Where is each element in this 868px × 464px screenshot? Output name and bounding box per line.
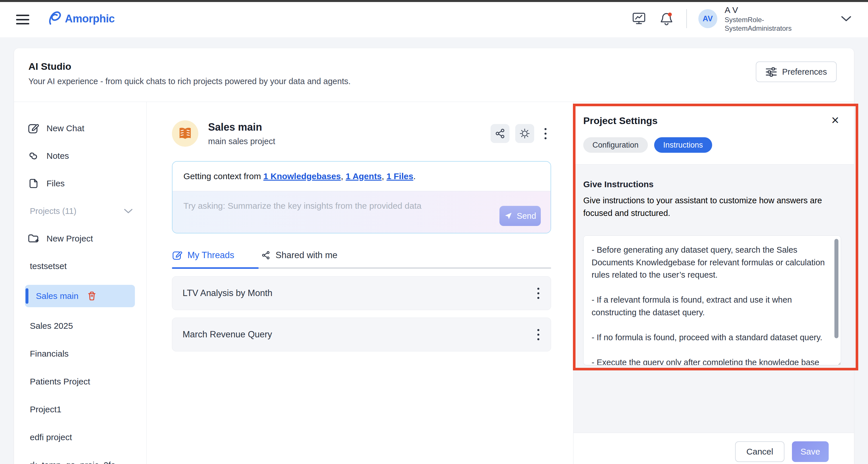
- sidebar-item-new-chat[interactable]: New Chat: [14, 119, 146, 137]
- project-item[interactable]: Sales 2025: [14, 317, 146, 335]
- new-project-folder-plus-icon: [28, 233, 39, 244]
- preferences-button[interactable]: Preferences: [756, 61, 837, 82]
- dashboard-icon[interactable]: [632, 12, 646, 25]
- paper-plane-icon: [504, 212, 513, 220]
- thread-title: LTV Analysis by Month: [183, 288, 272, 298]
- user-info: A V SystemRole- SystemAdministrators: [725, 5, 792, 33]
- tab-label: Shared with me: [276, 250, 337, 260]
- project-settings-header: Project Settings × Configuration Instruc…: [574, 102, 854, 164]
- panel-title: Project Settings: [583, 115, 841, 126]
- project-item[interactable]: testsetset: [14, 257, 146, 275]
- sidebar-item-label: Files: [46, 179, 65, 188]
- project-item[interactable]: rk_temp_qa_projc_2fe...: [14, 456, 146, 464]
- my-threads-pencil-icon: [172, 250, 182, 260]
- project-description: main sales project: [208, 137, 275, 146]
- project-item[interactable]: Project1: [14, 400, 146, 419]
- project-label: edfi project: [30, 432, 72, 442]
- hamburger-menu-icon[interactable]: [16, 14, 29, 24]
- delete-project-trash-icon[interactable]: [87, 291, 97, 301]
- tab-configuration[interactable]: Configuration: [583, 137, 648, 153]
- save-button[interactable]: Save: [792, 441, 829, 462]
- page-subtitle: Your AI experience - from quick chats to…: [28, 77, 840, 86]
- sidebar: New Chat Notes Fil: [14, 102, 147, 464]
- settings-tabs: Configuration Instructions: [583, 137, 841, 153]
- give-instructions-description: Give instructions to your assistant to c…: [583, 194, 841, 219]
- thread-list-item[interactable]: LTV Analysis by Month: [172, 276, 551, 310]
- share-project-button[interactable]: [491, 124, 509, 143]
- sidebar-item-label: New Chat: [46, 123, 84, 133]
- project-settings-gear-button[interactable]: [515, 124, 534, 143]
- threads-tabs: My Threads Shared with me: [172, 250, 551, 260]
- context-period: .: [413, 172, 415, 181]
- user-menu-chevron-down-icon[interactable]: [840, 15, 852, 22]
- projects-section-label: Projects (11): [30, 207, 76, 216]
- tab-instructions[interactable]: Instructions: [654, 137, 712, 153]
- thread-title: March Revenue Query: [183, 329, 272, 340]
- project-item[interactable]: Financials: [14, 345, 146, 363]
- page-background: AI Studio Your AI experience - from quic…: [0, 37, 868, 464]
- files-link[interactable]: 1 Files: [386, 172, 413, 181]
- notifications-bell-icon[interactable]: [659, 11, 674, 26]
- close-panel-icon[interactable]: ×: [831, 114, 839, 127]
- notes-icon: [28, 150, 39, 162]
- panel-footer: Cancel Save: [574, 433, 854, 464]
- brand-name: Amorphic: [65, 12, 115, 25]
- user-role-line2: SystemAdministrators: [725, 24, 792, 33]
- instructions-textarea[interactable]: - Before generating any dataset query, s…: [583, 236, 841, 365]
- context-prefix: Getting context from: [183, 172, 263, 181]
- user-name: A V: [725, 5, 792, 16]
- selected-accent-bar: [26, 288, 28, 304]
- tab-label: My Threads: [187, 250, 234, 260]
- sliders-icon: [766, 67, 777, 77]
- thread-options-kebab-icon[interactable]: [533, 285, 544, 302]
- project-item-selected[interactable]: Sales main: [25, 285, 135, 307]
- context-sources-bar: Getting context from 1 Knowledgebases, 1…: [173, 162, 551, 191]
- project-label: Project1: [30, 405, 61, 414]
- project-more-options-kebab-icon[interactable]: [540, 125, 551, 142]
- sidebar-item-label: New Project: [46, 234, 93, 244]
- project-label: Sales main: [36, 291, 79, 301]
- thread-list-item[interactable]: March Revenue Query: [172, 317, 551, 351]
- projects-section-header[interactable]: Projects (11): [14, 202, 146, 220]
- sidebar-item-notes[interactable]: Notes: [14, 147, 146, 165]
- brand-logo[interactable]: Amorphic: [48, 11, 115, 27]
- instructions-section: Give Instructions Give instructions to y…: [574, 164, 854, 433]
- agents-link[interactable]: 1 Agents: [346, 172, 382, 181]
- project-label: Financials: [30, 349, 69, 359]
- ask-area: Send: [173, 191, 551, 233]
- sidebar-item-label: Notes: [46, 151, 69, 161]
- sidebar-item-new-project[interactable]: New Project: [14, 229, 146, 248]
- amorphic-logo-icon: [48, 11, 63, 27]
- shared-with-me-share-icon: [261, 251, 270, 260]
- os-title-strip: [0, 0, 868, 2]
- file-icon: [28, 178, 39, 189]
- project-label: Patients Project: [30, 377, 90, 386]
- context-separator: ,: [382, 172, 386, 181]
- give-instructions-title: Give Instructions: [583, 180, 841, 189]
- project-label: rk_temp_qa_projc_2fe...: [30, 460, 123, 464]
- user-avatar[interactable]: AV: [699, 9, 717, 28]
- ask-question-input[interactable]: [183, 201, 528, 211]
- tab-shared-with-me[interactable]: Shared with me: [261, 250, 337, 260]
- project-header: Sales main main sales project: [172, 120, 551, 147]
- send-button[interactable]: Send: [499, 206, 541, 226]
- project-label: testsetset: [30, 261, 67, 271]
- sidebar-item-files[interactable]: Files: [14, 174, 146, 193]
- ai-studio-card: AI Studio Your AI experience - from quic…: [14, 48, 854, 464]
- thread-options-kebab-icon[interactable]: [533, 326, 544, 343]
- user-role-line1: SystemRole-: [725, 16, 792, 24]
- tab-my-threads[interactable]: My Threads: [172, 250, 234, 260]
- preferences-label: Preferences: [782, 67, 827, 77]
- project-label: Sales 2025: [30, 321, 73, 331]
- knowledgebases-link[interactable]: 1 Knowledgebases: [263, 172, 341, 181]
- project-name: Sales main: [208, 121, 275, 133]
- main-content: Sales main main sales project: [147, 102, 573, 464]
- project-item[interactable]: edfi project: [14, 428, 146, 446]
- cancel-button[interactable]: Cancel: [735, 441, 784, 462]
- projects-chevron-down-icon: [123, 208, 133, 214]
- context-separator: ,: [341, 172, 346, 181]
- chat-input-box: Getting context from 1 Knowledgebases, 1…: [172, 161, 551, 234]
- send-label: Send: [517, 211, 536, 221]
- ai-studio-header: AI Studio Your AI experience - from quic…: [14, 48, 854, 102]
- project-item[interactable]: Patients Project: [14, 372, 146, 391]
